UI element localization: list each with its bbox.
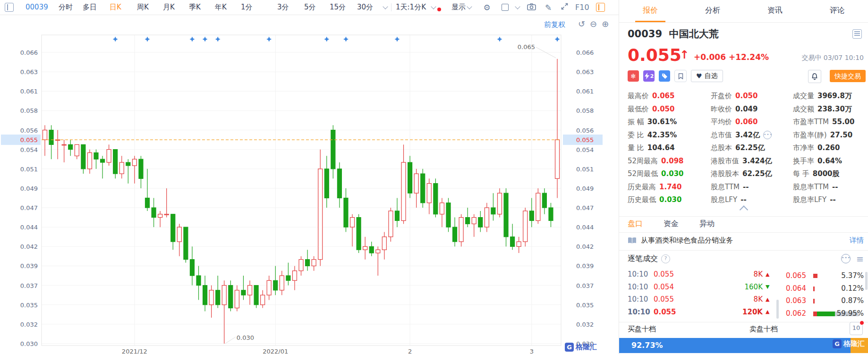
candle[interactable] bbox=[517, 242, 521, 246]
subtab-资金[interactable]: 资金 bbox=[664, 219, 679, 229]
candle[interactable] bbox=[101, 159, 105, 162]
shape-dropdown[interactable] bbox=[514, 0, 519, 15]
candle[interactable] bbox=[555, 140, 560, 178]
candle[interactable] bbox=[389, 211, 393, 237]
candle[interactable] bbox=[113, 150, 118, 174]
candle[interactable] bbox=[273, 280, 278, 290]
candle[interactable] bbox=[81, 144, 85, 169]
candle[interactable] bbox=[523, 211, 528, 242]
candle[interactable] bbox=[87, 153, 92, 169]
event-marker-icon[interactable] bbox=[266, 37, 272, 42]
panel-toggle-icon[interactable] bbox=[596, 3, 605, 12]
collapse-chevron-icon[interactable] bbox=[740, 205, 748, 214]
candle[interactable] bbox=[401, 162, 406, 220]
zoom-out-icon[interactable]: ⊖ bbox=[590, 19, 602, 29]
candle[interactable] bbox=[216, 290, 220, 305]
subtab-异动[interactable]: 异动 bbox=[699, 219, 715, 229]
event-marker-icon[interactable] bbox=[394, 37, 400, 42]
candle[interactable] bbox=[203, 286, 207, 305]
event-marker-icon[interactable] bbox=[113, 37, 118, 42]
candle[interactable] bbox=[248, 286, 252, 295]
candle[interactable] bbox=[196, 276, 201, 286]
distribution-row[interactable]: 0.0630.87% bbox=[786, 295, 865, 308]
candle[interactable] bbox=[209, 290, 213, 305]
period-button-月K[interactable]: 月K bbox=[163, 0, 175, 15]
candle[interactable] bbox=[280, 276, 284, 290]
candle[interactable] bbox=[107, 150, 111, 162]
sell-depth-label[interactable]: 卖盘十档 bbox=[749, 325, 778, 334]
period-more-dropdown[interactable] bbox=[382, 0, 387, 15]
candle[interactable] bbox=[324, 169, 329, 198]
candle[interactable] bbox=[267, 280, 271, 295]
candlestick-chart[interactable]: 0.0660.0660.0630.0630.0610.0610.0580.058… bbox=[0, 15, 619, 354]
more-options-icon[interactable]: ••• bbox=[841, 254, 851, 263]
candle[interactable] bbox=[139, 159, 143, 178]
candle[interactable] bbox=[414, 174, 418, 193]
period-button-15分[interactable]: 15分 bbox=[330, 0, 346, 15]
undo-icon[interactable]: ↺ bbox=[578, 19, 590, 29]
candle[interactable] bbox=[158, 214, 162, 218]
candle[interactable] bbox=[261, 295, 265, 305]
candle[interactable] bbox=[485, 208, 489, 227]
event-marker-icon[interactable] bbox=[203, 37, 208, 42]
quick-trade-button[interactable]: 快捷交易 bbox=[830, 70, 866, 82]
candle[interactable] bbox=[337, 169, 341, 198]
tick-trade-row[interactable]: 10:100.0558K▲ bbox=[628, 293, 775, 306]
chart-zoom-controls[interactable]: ↺⊖⊕ bbox=[578, 19, 613, 29]
candle[interactable] bbox=[306, 260, 310, 266]
period-button-30分[interactable]: 30分 bbox=[357, 0, 373, 15]
symbol-code[interactable]: 00039 bbox=[26, 0, 48, 15]
candle[interactable] bbox=[312, 260, 316, 266]
quote-list-icon[interactable] bbox=[852, 29, 862, 39]
candle[interactable] bbox=[395, 211, 399, 221]
candle[interactable] bbox=[299, 260, 303, 271]
candle[interactable] bbox=[459, 218, 463, 242]
f10-button[interactable]: F10 bbox=[575, 0, 589, 15]
candle[interactable] bbox=[171, 214, 175, 242]
bookmark-icon[interactable] bbox=[674, 70, 687, 82]
zoom-in-icon[interactable]: ⊕ bbox=[602, 19, 613, 29]
alert-bell-button[interactable] bbox=[808, 70, 821, 83]
subtab-盘口[interactable]: 盘口 bbox=[628, 219, 643, 229]
candle[interactable] bbox=[94, 153, 98, 160]
candle[interactable] bbox=[382, 237, 386, 250]
event-marker-icon[interactable] bbox=[497, 37, 502, 42]
scrollbar-thumb[interactable] bbox=[776, 300, 779, 319]
compound-period-button[interactable]: 1天:1分K bbox=[396, 0, 435, 15]
candle[interactable] bbox=[440, 203, 444, 214]
candle[interactable] bbox=[497, 193, 502, 214]
candle[interactable] bbox=[145, 198, 150, 208]
candle[interactable] bbox=[453, 227, 457, 242]
period-button-3分[interactable]: 3分 bbox=[277, 0, 289, 15]
help-icon[interactable]: ? bbox=[661, 254, 670, 263]
screenshot-camera-icon[interactable] bbox=[526, 2, 536, 13]
event-marker-icon[interactable] bbox=[324, 37, 329, 42]
candle[interactable] bbox=[331, 130, 335, 169]
event-marker-icon[interactable] bbox=[189, 37, 195, 42]
tick-trade-row[interactable]: 10:100.055120K▲ bbox=[628, 306, 775, 319]
period-button-多日[interactable]: 多日 bbox=[83, 0, 97, 15]
business-detail-link[interactable]: 详情 bbox=[850, 236, 864, 245]
period-button-1分[interactable]: 1分 bbox=[241, 0, 253, 15]
distribution-row[interactable]: 0.0655.37% bbox=[786, 270, 865, 283]
candle[interactable] bbox=[408, 162, 412, 193]
candle[interactable] bbox=[75, 144, 79, 156]
candle[interactable] bbox=[446, 203, 451, 227]
candle[interactable] bbox=[421, 174, 425, 203]
more-info-icon[interactable]: ••• bbox=[763, 131, 772, 139]
period-button-年K[interactable]: 年K bbox=[215, 0, 227, 15]
candle[interactable] bbox=[132, 159, 136, 166]
shape-select-icon[interactable] bbox=[500, 2, 510, 13]
candle[interactable] bbox=[126, 162, 130, 166]
tab-分析[interactable]: 分析 bbox=[681, 0, 744, 22]
display-dropdown[interactable]: 显示 bbox=[451, 0, 471, 15]
candle[interactable] bbox=[286, 276, 290, 280]
list-menu-icon[interactable]: ≡ bbox=[856, 254, 864, 263]
buy-depth-label[interactable]: 买盘十档 bbox=[628, 325, 656, 333]
candle[interactable] bbox=[536, 193, 540, 220]
candle[interactable] bbox=[235, 290, 239, 308]
candle[interactable] bbox=[177, 227, 181, 242]
event-marker-icon[interactable] bbox=[215, 37, 221, 42]
candle[interactable] bbox=[472, 218, 476, 224]
candle[interactable] bbox=[549, 208, 553, 220]
